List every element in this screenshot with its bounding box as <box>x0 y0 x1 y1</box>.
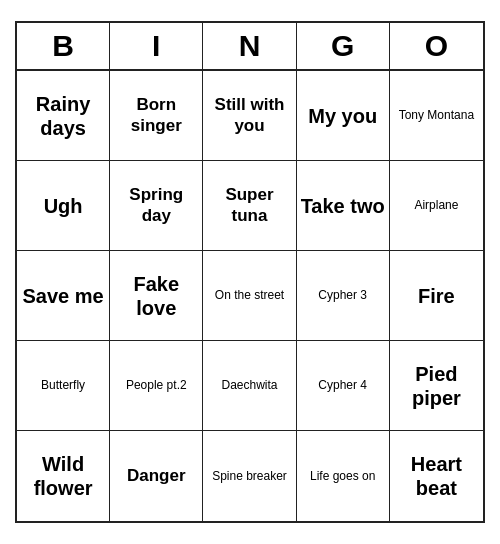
bingo-cell-21: Danger <box>110 431 203 521</box>
header-letter-o: O <box>390 23 483 69</box>
bingo-cell-3: My you <box>297 71 390 161</box>
bingo-cell-13: Cypher 3 <box>297 251 390 341</box>
bingo-cell-6: Spring day <box>110 161 203 251</box>
bingo-grid: Rainy daysBorn singerStill with youMy yo… <box>17 71 483 521</box>
bingo-cell-9: Airplane <box>390 161 483 251</box>
bingo-cell-18: Cypher 4 <box>297 341 390 431</box>
bingo-cell-10: Save me <box>17 251 110 341</box>
bingo-cell-4: Tony Montana <box>390 71 483 161</box>
bingo-cell-12: On the street <box>203 251 296 341</box>
bingo-cell-0: Rainy days <box>17 71 110 161</box>
bingo-cell-14: Fire <box>390 251 483 341</box>
header-letter-g: G <box>297 23 390 69</box>
bingo-cell-7: Super tuna <box>203 161 296 251</box>
bingo-cell-19: Pied piper <box>390 341 483 431</box>
bingo-cell-17: Daechwita <box>203 341 296 431</box>
header-letter-b: B <box>17 23 110 69</box>
bingo-header: BINGO <box>17 23 483 71</box>
bingo-cell-20: Wild flower <box>17 431 110 521</box>
bingo-cell-22: Spine breaker <box>203 431 296 521</box>
bingo-cell-11: Fake love <box>110 251 203 341</box>
header-letter-i: I <box>110 23 203 69</box>
bingo-cell-8: Take two <box>297 161 390 251</box>
header-letter-n: N <box>203 23 296 69</box>
bingo-cell-24: Heart beat <box>390 431 483 521</box>
bingo-cell-23: Life goes on <box>297 431 390 521</box>
bingo-card: BINGO Rainy daysBorn singerStill with yo… <box>15 21 485 523</box>
bingo-cell-2: Still with you <box>203 71 296 161</box>
bingo-cell-16: People pt.2 <box>110 341 203 431</box>
bingo-cell-5: Ugh <box>17 161 110 251</box>
bingo-cell-1: Born singer <box>110 71 203 161</box>
bingo-cell-15: Butterfly <box>17 341 110 431</box>
